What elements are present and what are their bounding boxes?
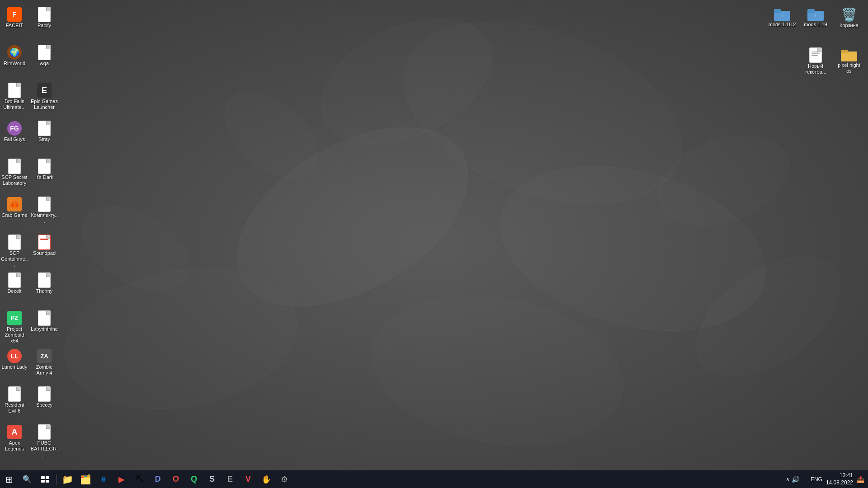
taskbar-steam[interactable]: S	[203, 470, 221, 488]
icon-labyrinthine-label: Labyrinthine	[31, 326, 58, 332]
language-indicator[interactable]: ENG	[811, 476, 822, 483]
taskbar-settings[interactable]: ⚙	[275, 470, 293, 488]
notification-area[interactable]: 📥	[857, 476, 864, 483]
desktop-icons-topright2: Новый текстов... pixel night os	[801, 45, 863, 81]
icon-faceit[interactable]: F FACEIT	[0, 5, 29, 41]
icon-its-dark-label: It's Dark	[35, 174, 53, 180]
start-button[interactable]: ⊞	[0, 470, 18, 488]
taskbar-minecraft[interactable]: ⛏	[131, 470, 149, 488]
icon-pacify[interactable]: Pacify	[30, 5, 59, 41]
svg-text:↑: ↑	[781, 13, 783, 18]
icon-project-zomboid[interactable]: PZ Project Zomboid x64	[0, 308, 29, 344]
icon-crab-game[interactable]: 🦀 Crab Game	[0, 194, 29, 230]
icon-pubg[interactable]: PUBG BATTLEGR...	[30, 422, 59, 458]
svg-rect-20	[41, 480, 45, 483]
task-view-button[interactable]	[36, 470, 54, 488]
desktop-icons-col1: F FACEIT 🌍 RimWorld Bro Falls Ultimate..…	[0, 5, 29, 458]
icon-scp-secret[interactable]: SCP Secret Laboratory	[0, 156, 29, 192]
icon-wqa-label: wqa	[40, 61, 49, 66]
icon-mods-118[interactable]: ↑ mods 1.18.2	[768, 5, 797, 41]
icon-thonny-label: Thonny	[36, 288, 53, 294]
task-view-icon	[41, 476, 49, 483]
system-tray: ∧ 🔊	[786, 476, 799, 483]
svg-rect-18	[41, 476, 45, 479]
icon-labyrinthine[interactable]: Labyrinthine	[30, 308, 59, 344]
svg-rect-14	[807, 9, 815, 13]
icon-lunch-lady[interactable]: LL Lunch Lady	[0, 346, 29, 382]
icon-trash[interactable]: 🗑️ Корзина	[835, 5, 863, 41]
tray-volume[interactable]: 🔊	[792, 476, 799, 483]
icon-scp-cont-label: SCP Containme...	[0, 250, 28, 268]
desktop-icons-col2: Pacify wqa E Epic Games Launcher Stray I…	[30, 5, 59, 458]
taskbar-youtube[interactable]: ▶	[113, 470, 131, 488]
icon-pixel-night-label: pixel night os	[835, 62, 863, 74]
icon-scp-cont[interactable]: SCP Containme...	[0, 232, 29, 268]
desktop-icons-topright: ↑ mods 1.18.2 ↑ mods 1.19 🗑️ Корзина	[768, 5, 863, 41]
icon-soundpad[interactable]: Soundpad	[30, 232, 59, 268]
icon-komplektu[interactable]: Комплекту...	[30, 194, 59, 230]
icon-new-text-label: Новый текстов...	[802, 63, 830, 75]
icon-zombie-army[interactable]: ZA Zombie Army 4	[30, 346, 59, 382]
icon-mods-118-label: mods 1.18.2	[769, 22, 796, 28]
icon-pixel-night[interactable]: pixel night os	[835, 45, 863, 81]
icon-deceit-label: Deceit	[7, 288, 21, 294]
icon-mods-119-label: mods 1.19	[804, 22, 827, 28]
icon-deceit[interactable]: Deceit	[0, 270, 29, 306]
taskbar-opera[interactable]: O	[167, 470, 185, 488]
icon-apex-legends-label: Apex Legends	[0, 440, 28, 452]
icon-rimworld-label: RimWorld	[4, 61, 25, 66]
icon-speccy[interactable]: Speccy	[30, 384, 59, 420]
icon-bro-falls[interactable]: Bro Falls Ultimate...	[0, 80, 29, 117]
icon-epic-games[interactable]: E Epic Games Launcher	[30, 80, 59, 117]
icon-apex-legends[interactable]: A Apex Legends	[0, 422, 29, 458]
icon-epic-games-label: Epic Games Launcher	[30, 99, 58, 110]
icon-wqa[interactable]: wqa	[30, 42, 59, 79]
clock-date: 14.08.2022	[826, 479, 853, 487]
taskbar-epic[interactable]: E	[221, 470, 239, 488]
svg-text:↑: ↑	[815, 13, 817, 18]
taskbar: ⊞ 🔍 📁 🗂️ e ▶ ⛏ D O Q S E V ✋ ⚙ ∧ 🔊	[0, 470, 868, 488]
icon-pacify-label: Pacify	[38, 23, 51, 28]
taskbar-files[interactable]: 🗂️	[76, 470, 94, 488]
icon-trash-label: Корзина	[840, 23, 859, 28]
svg-rect-21	[46, 480, 49, 483]
icon-stray[interactable]: Stray	[30, 118, 59, 155]
icon-its-dark[interactable]: It's Dark	[30, 156, 59, 192]
icon-zombie-army-label: Zombie Army 4	[30, 364, 58, 376]
folder-up-icon: ↑	[774, 7, 790, 21]
taskbar-separator-2	[805, 474, 805, 485]
system-clock[interactable]: 13:41 14.08.2022	[826, 472, 853, 486]
folder-yellow-icon	[841, 48, 857, 61]
icon-crab-game-label: Crab Game	[2, 212, 28, 218]
icon-project-zomboid-label: Project Zomboid x64	[0, 326, 28, 344]
icon-mods-119[interactable]: ↑ mods 1.19	[801, 5, 830, 41]
taskbar-edge[interactable]: e	[94, 470, 113, 488]
icon-resident-evil[interactable]: Resident Evil 6	[0, 384, 29, 420]
icon-rimworld[interactable]: 🌍 RimWorld	[0, 42, 29, 79]
icon-new-text[interactable]: Новый текстов...	[801, 45, 830, 81]
icon-soundpad-label: Soundpad	[33, 250, 56, 256]
icon-fall-guys-label: Fall Guys	[4, 136, 25, 142]
tray-chevron[interactable]: ∧	[786, 476, 790, 483]
clock-time: 13:41	[826, 472, 853, 479]
icon-fall-guys[interactable]: FG Fall Guys	[0, 118, 29, 155]
icon-pubg-label: PUBG BATTLEGR...	[30, 440, 58, 458]
icon-speccy-label: Speccy	[36, 402, 52, 408]
svg-rect-19	[46, 476, 49, 479]
desktop: F FACEIT 🌍 RimWorld Bro Falls Ultimate..…	[0, 0, 868, 470]
svg-rect-11	[774, 9, 781, 13]
icon-stray-label: Stray	[38, 136, 50, 142]
taskbar-app1[interactable]: ✋	[257, 470, 275, 488]
taskbar-qbittorrent[interactable]: Q	[185, 470, 203, 488]
svg-rect-17	[841, 50, 848, 53]
taskbar-totalcmd[interactable]: 📁	[58, 470, 76, 488]
icon-komplektu-label: Комплекту...	[30, 212, 58, 224]
icon-faceit-label: FACEIT	[6, 23, 24, 28]
icon-lunch-lady-label: Lunch Lady	[2, 364, 28, 370]
search-button[interactable]: 🔍	[18, 470, 36, 488]
taskbar-discord[interactable]: D	[149, 470, 167, 488]
taskbar-valorant[interactable]: V	[239, 470, 257, 488]
icon-thonny[interactable]: Thonny	[30, 270, 59, 306]
taskbar-right: ∧ 🔊 ENG 13:41 14.08.2022 📥	[786, 472, 868, 486]
icon-bro-falls-label: Bro Falls Ultimate...	[0, 99, 28, 110]
